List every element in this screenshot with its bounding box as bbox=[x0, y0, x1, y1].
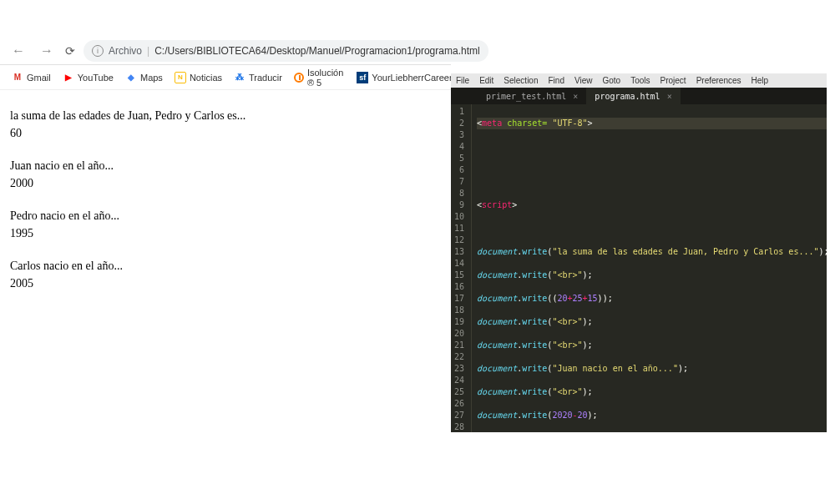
bookmark-traducir[interactable]: ⁂ Traducir bbox=[234, 72, 282, 83]
bookmark-gmail[interactable]: M Gmail bbox=[12, 72, 51, 83]
page-info-icon[interactable]: i bbox=[92, 45, 104, 57]
forward-button[interactable]: → bbox=[37, 40, 57, 62]
news-icon: N bbox=[175, 72, 186, 83]
editor-menu-bar: File Edit Selection Find View Goto Tools… bbox=[451, 73, 827, 88]
output-value: 2000 bbox=[10, 174, 441, 192]
menu-edit[interactable]: Edit bbox=[479, 76, 493, 85]
address-bar[interactable]: i Archivo | C:/Users/BIBLIOTECA64/Deskto… bbox=[84, 40, 488, 62]
output-value: 2005 bbox=[10, 275, 441, 292]
text-editor: File Edit Selection Find View Goto Tools… bbox=[451, 73, 827, 432]
menu-preferences[interactable]: Preferences bbox=[696, 76, 741, 85]
browser-panel: ← → ⟳ i Archivo | C:/Users/BIBLIOTECA64/… bbox=[0, 0, 451, 504]
sf-icon: sf bbox=[357, 72, 368, 83]
bookmark-label: Traducir bbox=[249, 73, 282, 83]
bookmark-label: YouTube bbox=[78, 73, 114, 83]
menu-selection[interactable]: Selection bbox=[504, 76, 538, 85]
editor-tab-bar: primer_test.html × programa.html × bbox=[451, 88, 827, 104]
output-line: Pedro nacio en el año... bbox=[10, 207, 441, 224]
output-line: la suma de las edades de Juan, Pedro y C… bbox=[10, 107, 441, 124]
editor-panel: File Edit Selection Find View Goto Tools… bbox=[451, 0, 830, 504]
menu-view[interactable]: View bbox=[574, 76, 593, 85]
bookmark-youtube[interactable]: ▶ YouTube bbox=[63, 72, 114, 83]
code-area[interactable]: 1234567891011121314151617181920212223242… bbox=[451, 104, 827, 432]
menu-help[interactable]: Help bbox=[752, 76, 769, 85]
bookmark-label: Noticias bbox=[190, 73, 222, 83]
menu-file[interactable]: File bbox=[456, 76, 469, 85]
browser-toolbar: ← → ⟳ i Archivo | C:/Users/BIBLIOTECA64/… bbox=[0, 37, 451, 65]
youtube-icon: ▶ bbox=[63, 72, 74, 83]
menu-tools[interactable]: Tools bbox=[630, 76, 650, 85]
back-button[interactable]: ← bbox=[8, 40, 28, 62]
isolucion-icon bbox=[294, 72, 304, 83]
address-path: C:/Users/BIBLIOTECA64/Desktop/Manuel/Pro… bbox=[154, 45, 480, 57]
close-icon[interactable]: × bbox=[573, 92, 578, 101]
output-line: Carlos nacio en el año... bbox=[10, 257, 441, 275]
close-icon[interactable]: × bbox=[667, 92, 672, 101]
output-value: 1995 bbox=[10, 224, 441, 242]
menu-project[interactable]: Project bbox=[660, 76, 686, 85]
bookmark-noticias[interactable]: N Noticias bbox=[175, 72, 222, 83]
maps-icon: ◆ bbox=[125, 72, 137, 83]
editor-tab[interactable]: primer_test.html × bbox=[478, 88, 586, 104]
bookmark-label: Maps bbox=[140, 73, 163, 83]
bookmarks-bar: M Gmail ▶ YouTube ◆ Maps N Noticias ⁂ Tr… bbox=[0, 65, 451, 90]
code-content[interactable]: <meta charset= "UTF-8"> <script> documen… bbox=[472, 104, 827, 432]
bookmark-liebherr[interactable]: sf YourLiebherrCareer:… bbox=[357, 72, 463, 83]
output-value: 60 bbox=[10, 124, 441, 142]
address-separator: | bbox=[147, 45, 149, 57]
bookmark-isolucion[interactable]: Isolución ® 5 bbox=[294, 68, 345, 88]
output-line: Juan nacio en el año... bbox=[10, 157, 441, 174]
editor-tab-active[interactable]: programa.html × bbox=[586, 88, 680, 104]
line-gutter: 1234567891011121314151617181920212223242… bbox=[451, 104, 472, 432]
address-label: Archivo bbox=[109, 45, 142, 57]
reload-button[interactable]: ⟳ bbox=[65, 44, 75, 58]
translate-icon: ⁂ bbox=[234, 72, 245, 83]
tab-label: primer_test.html bbox=[486, 92, 566, 101]
tab-label: programa.html bbox=[595, 92, 660, 101]
menu-goto[interactable]: Goto bbox=[602, 76, 620, 85]
menu-find[interactable]: Find bbox=[549, 76, 564, 85]
page-content: la suma de las edades de Juan, Pedro y C… bbox=[0, 90, 451, 324]
bookmark-label: Isolución ® 5 bbox=[307, 68, 345, 88]
bookmark-label: Gmail bbox=[27, 73, 51, 83]
bookmark-maps[interactable]: ◆ Maps bbox=[125, 72, 163, 83]
gmail-icon: M bbox=[12, 72, 23, 83]
